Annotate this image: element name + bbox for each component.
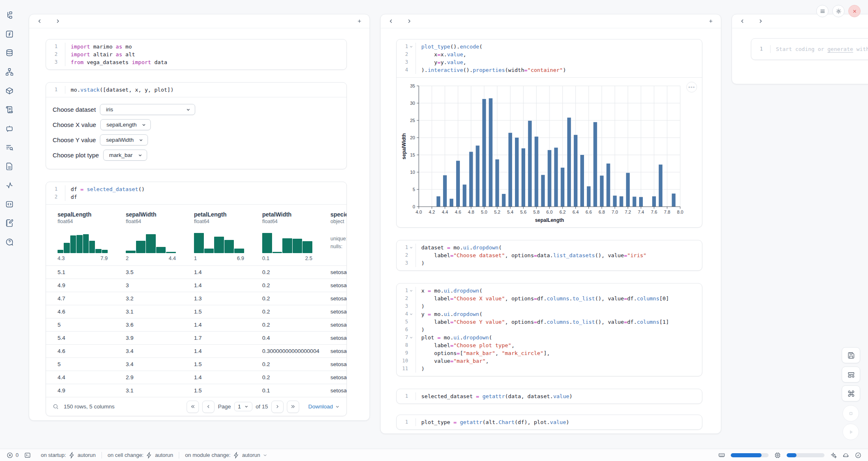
first-page-button[interactable] xyxy=(187,401,199,413)
generate-link[interactable]: generate xyxy=(827,46,853,52)
chevron-left-icon[interactable] xyxy=(36,18,43,25)
x-value-select[interactable]: sepalLength xyxy=(100,119,151,130)
chart-bar xyxy=(541,175,545,207)
chevron-left-icon[interactable] xyxy=(739,18,746,25)
cell-imports[interactable]: 1import marimo as mo2import altair as al… xyxy=(46,39,347,70)
stop-button[interactable] xyxy=(843,405,859,422)
table-column-header[interactable]: speciesobjectunique:nulls: xyxy=(330,211,346,265)
download-button[interactable]: Download xyxy=(308,403,340,410)
fold-icon xyxy=(408,365,414,373)
add-cell-icon[interactable] xyxy=(356,18,363,25)
chevron-left-icon[interactable] xyxy=(387,18,395,25)
cell-xyplot-dropdowns[interactable]: 1x = mo.ui.dropdown(2 label="Choose X va… xyxy=(396,283,702,376)
svg-text:0: 0 xyxy=(413,204,415,209)
plot-type-select[interactable]: mark_bar xyxy=(103,150,147,161)
svg-text:5.0: 5.0 xyxy=(481,210,487,214)
line-number: 1 xyxy=(751,45,763,53)
cell-dataframe[interactable]: 1df = selected_dataset()2df sepalLengthf… xyxy=(46,182,347,416)
table-row[interactable]: 4.63.11.50.2setosa xyxy=(46,305,346,318)
file-tree-icon[interactable] xyxy=(3,9,16,21)
menu-button[interactable] xyxy=(816,5,829,17)
table-cell: 0.2 xyxy=(262,292,330,305)
help-icon[interactable] xyxy=(3,236,16,248)
table-row[interactable]: 5.43.91.70.4setosa xyxy=(46,331,346,344)
database-icon[interactable] xyxy=(3,47,16,59)
scratchpad-search-icon[interactable] xyxy=(3,141,16,154)
ai-sparkles-icon[interactable] xyxy=(830,452,837,459)
function-icon[interactable] xyxy=(3,28,16,40)
on-cell-change-setting[interactable]: on cell change: autorun xyxy=(108,452,173,459)
code-placeholder[interactable]: Start coding or generate with xyxy=(770,45,868,53)
dataset-select[interactable]: iris xyxy=(100,104,195,115)
scroll-icon[interactable] xyxy=(3,104,16,116)
close-button[interactable] xyxy=(848,5,861,17)
run-button[interactable] xyxy=(843,424,859,440)
snippets-icon[interactable] xyxy=(3,198,16,210)
connection-check-icon[interactable] xyxy=(855,452,861,459)
on-startup-setting[interactable]: on startup: autorun xyxy=(41,452,96,459)
table-cell: 1.7 xyxy=(194,332,262,344)
table-row[interactable]: 4.931.40.2setosa xyxy=(46,279,346,292)
chart-bar xyxy=(522,148,525,207)
shortcuts-button[interactable] xyxy=(842,385,860,401)
column-3-header xyxy=(732,14,868,28)
ram-icon xyxy=(718,452,725,459)
cell-plot[interactable]: 1plot_type().encode(2 x=x.value,3 y=y.va… xyxy=(396,39,702,228)
copilot-icon[interactable] xyxy=(843,452,849,459)
altair-chart[interactable]: 051015202530354.04.24.44.64.85.05.25.45.… xyxy=(401,83,699,226)
table-column-header[interactable]: sepalLengthfloat644.37.9 xyxy=(58,211,126,265)
dataframe-table: sepalLengthfloat644.37.9sepalWidthfloat6… xyxy=(46,205,346,397)
table-row[interactable]: 53.41.50.2setosa xyxy=(46,357,346,371)
table-column-header[interactable]: petalWidthfloat640.12.5 xyxy=(262,211,330,265)
table-row[interactable]: 53.61.40.2setosa xyxy=(46,318,346,331)
fold-icon xyxy=(408,295,414,302)
table-row[interactable]: 5.13.51.40.2setosa xyxy=(46,265,346,279)
next-page-button[interactable] xyxy=(271,401,284,413)
error-counter[interactable]: 0 xyxy=(7,452,18,459)
dropdown-row: Choose Y value sepalWidth xyxy=(53,134,339,145)
svg-text:7.2: 7.2 xyxy=(625,210,631,214)
chevron-right-icon[interactable] xyxy=(54,18,61,25)
table-column-header[interactable]: sepalWidthfloat6424.4 xyxy=(126,211,194,265)
layout-button[interactable] xyxy=(842,366,860,383)
document-icon[interactable] xyxy=(3,160,16,173)
add-cell-icon[interactable] xyxy=(707,18,714,25)
save-button[interactable] xyxy=(842,347,860,363)
terminal-button[interactable] xyxy=(24,452,31,459)
cell-plot-type[interactable]: 1plot_type = getattr(alt.Chart(df), plot… xyxy=(396,415,702,430)
fold-icon xyxy=(408,334,414,341)
line-number: 1 xyxy=(397,418,408,426)
code-line: 2import altair as alt xyxy=(46,51,342,58)
table-column-header[interactable]: petalLengthfloat6416.9 xyxy=(194,211,262,265)
line-number: 4 xyxy=(397,310,408,318)
notebook-pen-icon[interactable] xyxy=(3,217,16,229)
table-row[interactable]: 4.93.11.50.1setosa xyxy=(46,384,346,397)
svg-text:30: 30 xyxy=(410,101,415,106)
page-select[interactable]: 1 xyxy=(234,402,252,411)
cell-dataset-dropdown[interactable]: 1dataset = mo.ui.dropdown(2 label="Choos… xyxy=(396,240,702,271)
cell-vstack[interactable]: 1mo.vstack([dataset, x, y, plot]) Choose… xyxy=(46,82,347,169)
chat-bot-icon[interactable] xyxy=(3,122,16,135)
table-row[interactable]: 4.42.91.40.2setosa xyxy=(46,371,346,384)
table-cell: 3.1 xyxy=(126,305,194,318)
table-row[interactable]: 4.73.21.30.2setosa xyxy=(46,292,346,305)
tracing-icon[interactable] xyxy=(3,179,16,191)
y-value-select[interactable]: sepalWidth xyxy=(100,134,148,145)
zap-icon xyxy=(69,452,75,459)
settings-button[interactable] xyxy=(832,5,845,17)
zap-icon xyxy=(146,452,152,459)
prev-page-button[interactable] xyxy=(202,401,215,413)
table-cell: 0.2 xyxy=(262,266,330,279)
chevron-right-icon[interactable] xyxy=(757,18,764,25)
table-row[interactable]: 4.63.41.40.30000000000000004setosa xyxy=(46,344,346,357)
cell-empty[interactable]: 1 Start coding or generate with xyxy=(751,38,868,60)
chevron-right-icon[interactable] xyxy=(405,18,413,25)
chart-bar xyxy=(659,165,663,207)
package-icon[interactable] xyxy=(3,85,16,97)
search-icon[interactable] xyxy=(53,403,59,410)
on-module-change-setting[interactable]: on module change: autorun xyxy=(185,452,268,459)
cell-selected-dataset[interactable]: 1selected_dataset = getattr(data, datase… xyxy=(396,389,702,404)
chart-actions-icon[interactable]: ••• xyxy=(686,82,697,92)
dependency-graph-icon[interactable] xyxy=(3,66,16,78)
last-page-button[interactable] xyxy=(287,401,299,413)
